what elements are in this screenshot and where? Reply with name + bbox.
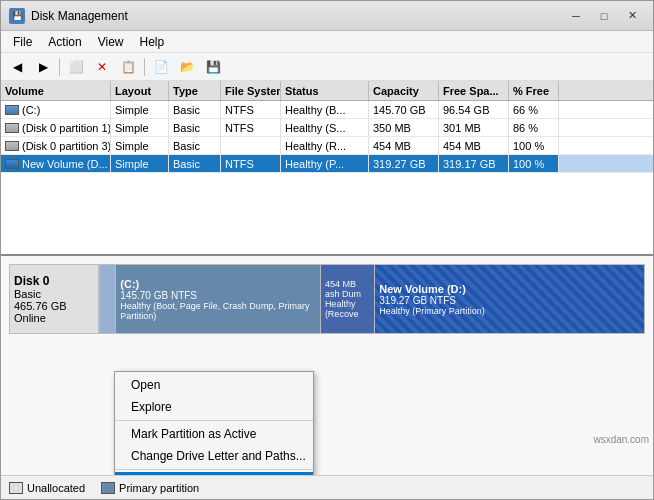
td-layout-3: Simple [111, 155, 169, 172]
td-volume-1: (Disk 0 partition 1) [1, 119, 111, 136]
td-free-3: 319.17 GB [439, 155, 509, 172]
menu-file[interactable]: File [5, 33, 40, 51]
td-capacity-2: 454 MB [369, 137, 439, 154]
td-volume-0: (C:) [1, 101, 111, 118]
menu-bar: File Action View Help [1, 31, 653, 53]
partition-recovery[interactable]: 454 MB ash Dum Healthy (Recove [321, 265, 375, 333]
td-capacity-3: 319.27 GB [369, 155, 439, 172]
td-pct-3: 100 % [509, 155, 559, 172]
table-row[interactable]: (Disk 0 partition 3) Simple Basic Health… [1, 137, 653, 155]
toolbar-back[interactable]: ◀ [5, 56, 29, 78]
td-status-2: Healthy (R... [281, 137, 369, 154]
toolbar-btn6[interactable]: 💾 [201, 56, 225, 78]
td-pct-2: 100 % [509, 137, 559, 154]
legend-unallocated: Unallocated [9, 482, 85, 494]
close-button[interactable]: ✕ [619, 6, 645, 26]
th-freepct: % Free [509, 81, 559, 100]
ctx-format[interactable]: Format... [115, 472, 313, 475]
ctx-open[interactable]: Open [115, 374, 313, 396]
th-layout: Layout [111, 81, 169, 100]
td-type-0: Basic [169, 101, 221, 118]
toolbar-btn3[interactable]: 📋 [116, 56, 140, 78]
disk-0-entry: Disk 0 Basic 465.76 GB Online (C:) 145.7… [9, 264, 645, 334]
menu-help[interactable]: Help [132, 33, 173, 51]
toolbar: ◀ ▶ ⬜ ✕ 📋 📄 📂 💾 [1, 53, 653, 81]
th-volume: Volume [1, 81, 111, 100]
td-type-1: Basic [169, 119, 221, 136]
disk-0-name: Disk 0 [14, 274, 94, 288]
toolbar-forward[interactable]: ▶ [31, 56, 55, 78]
th-status: Status [281, 81, 369, 100]
legend-bar: Unallocated Primary partition [1, 475, 653, 499]
toolbar-sep2 [144, 58, 145, 76]
table-row[interactable]: (Disk 0 partition 1) Simple Basic NTFS H… [1, 119, 653, 137]
title-bar: 💾 Disk Management ─ □ ✕ [1, 1, 653, 31]
partition-c[interactable]: (C:) 145.70 GB NTFS Healthy (Boot, Page … [116, 265, 321, 333]
menu-action[interactable]: Action [40, 33, 89, 51]
td-type-3: Basic [169, 155, 221, 172]
legend-unalloc-box [9, 482, 23, 494]
window-controls: ─ □ ✕ [563, 6, 645, 26]
legend-primary: Primary partition [101, 482, 199, 494]
disk-0-status: Online [14, 312, 94, 324]
th-capacity: Capacity [369, 81, 439, 100]
minimize-button[interactable]: ─ [563, 6, 589, 26]
td-volume-3: New Volume (D... [1, 155, 111, 172]
partition-new-volume[interactable]: New Volume (D:) 319.27 GB NTFS Healthy (… [375, 265, 644, 333]
th-type: Type [169, 81, 221, 100]
disk-0-partitions: (C:) 145.70 GB NTFS Healthy (Boot, Page … [99, 264, 645, 334]
legend-primary-label: Primary partition [119, 482, 199, 494]
td-fs-2 [221, 137, 281, 154]
window-title: Disk Management [31, 9, 563, 23]
td-fs-1: NTFS [221, 119, 281, 136]
maximize-button[interactable]: □ [591, 6, 617, 26]
table-row[interactable]: (C:) Simple Basic NTFS Healthy (B... 145… [1, 101, 653, 119]
table-row[interactable]: New Volume (D... Simple Basic NTFS Healt… [1, 155, 653, 173]
ctx-explore[interactable]: Explore [115, 396, 313, 418]
legend-primary-box [101, 482, 115, 494]
ctx-sep2 [115, 469, 313, 470]
main-window: 💾 Disk Management ─ □ ✕ File Action View… [0, 0, 654, 500]
td-fs-0: NTFS [221, 101, 281, 118]
partition-sys[interactable] [100, 265, 116, 333]
menu-view[interactable]: View [90, 33, 132, 51]
disk-0-size: 465.76 GB [14, 300, 94, 312]
td-status-1: Healthy (S... [281, 119, 369, 136]
toolbar-sep1 [59, 58, 60, 76]
ctx-mark-active[interactable]: Mark Partition as Active [115, 423, 313, 445]
td-free-0: 96.54 GB [439, 101, 509, 118]
td-pct-0: 66 % [509, 101, 559, 118]
th-freespace: Free Spa... [439, 81, 509, 100]
content-area: Volume Layout Type File System Status Ca… [1, 81, 653, 499]
td-fs-3: NTFS [221, 155, 281, 172]
th-fs: File System [221, 81, 281, 100]
disk-area: Disk 0 Basic 465.76 GB Online (C:) 145.7… [1, 256, 653, 475]
td-layout-2: Simple [111, 137, 169, 154]
toolbar-btn2[interactable]: ✕ [90, 56, 114, 78]
td-pct-1: 86 % [509, 119, 559, 136]
ctx-change-letter[interactable]: Change Drive Letter and Paths... [115, 445, 313, 467]
td-volume-2: (Disk 0 partition 3) [1, 137, 111, 154]
td-type-2: Basic [169, 137, 221, 154]
disk-0-label: Disk 0 Basic 465.76 GB Online [9, 264, 99, 334]
toolbar-btn5[interactable]: 📂 [175, 56, 199, 78]
disk-0-type: Basic [14, 288, 94, 300]
context-menu: Open Explore Mark Partition as Active Ch… [114, 371, 314, 475]
ctx-sep1 [115, 420, 313, 421]
td-free-2: 454 MB [439, 137, 509, 154]
td-status-0: Healthy (B... [281, 101, 369, 118]
legend-unalloc-label: Unallocated [27, 482, 85, 494]
app-icon: 💾 [9, 8, 25, 24]
toolbar-btn4[interactable]: 📄 [149, 56, 173, 78]
td-status-3: Healthy (P... [281, 155, 369, 172]
toolbar-btn1[interactable]: ⬜ [64, 56, 88, 78]
disk-table-area: Volume Layout Type File System Status Ca… [1, 81, 653, 256]
watermark: wsxdan.com [593, 434, 649, 445]
td-layout-1: Simple [111, 119, 169, 136]
td-layout-0: Simple [111, 101, 169, 118]
table-header: Volume Layout Type File System Status Ca… [1, 81, 653, 101]
td-capacity-0: 145.70 GB [369, 101, 439, 118]
td-free-1: 301 MB [439, 119, 509, 136]
td-capacity-1: 350 MB [369, 119, 439, 136]
